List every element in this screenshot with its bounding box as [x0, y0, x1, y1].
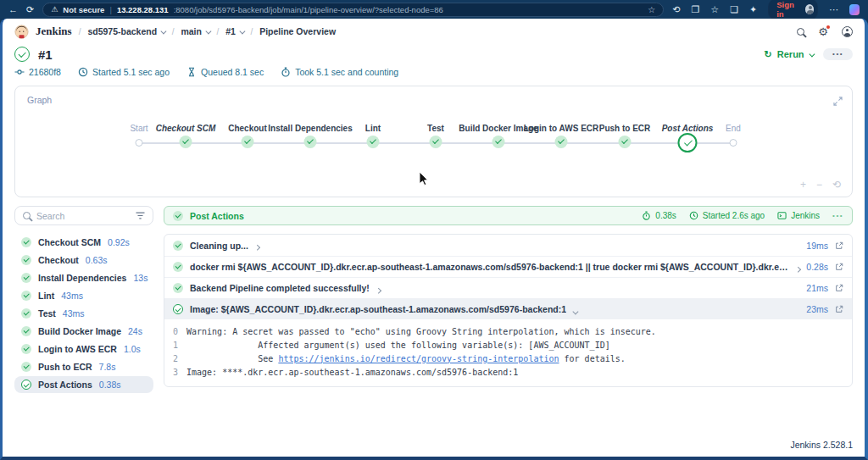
step-row-image-expanded[interactable]: Image: ${AWS_ACCOUNT_ID}.dkr.ecr.ap-sout…: [164, 298, 852, 319]
favorites-icon[interactable]: ☆: [710, 5, 719, 14]
duration-info[interactable]: Took 5.1 sec and counting: [281, 67, 398, 77]
jenkins-version[interactable]: Jenkins 2.528.1: [790, 440, 853, 450]
success-check-icon: [180, 136, 192, 148]
sidebar-stage-test[interactable]: Test43ms: [14, 305, 153, 322]
search-icon: [23, 212, 31, 219]
user-account-icon[interactable]: [842, 26, 853, 37]
sidebar-stage-build-docker-image[interactable]: Build Docker Image24s: [14, 323, 153, 340]
success-check-icon: [21, 380, 31, 390]
stage-node-push-to-ecr[interactable]: [619, 136, 632, 152]
filter-icon[interactable]: [136, 212, 145, 219]
line-number: 1: [173, 341, 186, 350]
search-input[interactable]: [36, 211, 130, 221]
stage-node-build-docker-image[interactable]: [492, 136, 505, 152]
success-check-icon: [173, 241, 183, 251]
back-icon[interactable]: ←: [8, 5, 18, 14]
collections-icon[interactable]: ❏: [730, 5, 738, 14]
search-icon[interactable]: [797, 28, 804, 36]
settings-gear-icon[interactable]: ⚙: [818, 26, 828, 37]
queued-info[interactable]: Queued 8.1 sec: [186, 67, 264, 77]
stage-detail-panel: Post Actions 0.38s Started 2.6s ago Jenk…: [164, 206, 853, 393]
url-host: 13.228.28.131: [117, 5, 169, 14]
stage-label: Lint: [365, 124, 381, 133]
log-line: 2 See https://jenkins.io/redirect/groovy…: [164, 352, 852, 365]
jenkins-logo[interactable]: [14, 25, 29, 39]
breadcrumb-branch-label: main: [181, 26, 202, 36]
sidebar-stage-post-actions-selected[interactable]: Post Actions0.38s: [14, 376, 153, 393]
jenkins-header: Jenkins / sd5975-backend / main / #1 / P…: [3, 19, 865, 44]
zoom-out-icon[interactable]: −: [816, 179, 822, 191]
sign-in-button[interactable]: Sign in: [768, 0, 818, 20]
started-info[interactable]: Started 5.1 sec ago: [78, 67, 170, 77]
success-check-icon: [21, 326, 31, 336]
breadcrumb-branch[interactable]: main: [181, 26, 209, 36]
stage-label: Test: [427, 124, 444, 133]
step-row-docker-rmi[interactable]: docker rmi ${AWS_ACCOUNT_ID}.dkr.ecr.ap-…: [164, 256, 852, 277]
chevron-down-icon[interactable]: [206, 28, 211, 33]
expand-graph-icon[interactable]: [833, 94, 843, 109]
success-check-icon: [678, 133, 698, 152]
stage-label-start: Start: [130, 124, 147, 133]
stage-label-end: End: [726, 124, 741, 133]
stage-node-login-to-aws-ecr[interactable]: [555, 136, 568, 152]
wallet-icon[interactable]: ✦: [749, 5, 757, 14]
stage-node-install-dependencies[interactable]: [304, 136, 317, 152]
sidebar-stage-install-dependencies[interactable]: Install Dependencies13s: [14, 269, 153, 286]
external-link-icon[interactable]: [835, 284, 843, 292]
zoom-in-icon[interactable]: +: [800, 179, 806, 191]
stage-node-post-actions-selected[interactable]: [678, 133, 698, 156]
bookmark-star-icon[interactable]: ☆: [648, 5, 655, 14]
stage-started: Started 2.6s ago: [689, 211, 765, 220]
external-link-icon[interactable]: [835, 263, 843, 271]
line-number: 0: [173, 327, 186, 336]
stage-node-checkout[interactable]: [242, 136, 254, 152]
line-number: 3: [173, 368, 186, 377]
profile-avatar: [805, 4, 815, 14]
address-divider: |: [109, 5, 111, 14]
browser-menu-icon[interactable]: ⋯: [829, 5, 838, 14]
browser-chrome: ← ⟳ ⚠ Not secure | 13.228.28.131:8080/jo…: [0, 0, 868, 19]
build-more-button[interactable]: •••: [823, 48, 853, 60]
hourglass-icon: [186, 67, 197, 77]
breadcrumb-separator: /: [79, 27, 81, 36]
sidebar-stage-push-to-ecr[interactable]: Push to ECR7.8s: [14, 358, 153, 375]
groovy-interpolation-link[interactable]: https://jenkins.io/redirect/groovy-strin…: [278, 354, 559, 363]
chevron-down-icon[interactable]: [240, 28, 245, 33]
chevron-right-icon: [796, 259, 800, 274]
success-check-icon: [21, 344, 31, 354]
jenkins-page: Jenkins / sd5975-backend / main / #1 / P…: [0, 19, 868, 460]
started-label: Started 5.1 sec ago: [92, 67, 170, 77]
stage-more-button[interactable]: •••: [832, 212, 843, 219]
sign-in-label: Sign in: [776, 0, 800, 19]
sidebar-stage-lint[interactable]: Lint43ms: [14, 287, 153, 304]
stage-node-lint[interactable]: [367, 136, 380, 152]
stage-node-checkout-scm[interactable]: [180, 136, 192, 152]
browser-essentials-icon[interactable]: ⟲: [672, 5, 680, 14]
sidebar-stage-login-to-aws-ecr[interactable]: Login to AWS ECR1.0s: [14, 341, 153, 357]
commit-link[interactable]: 21680f8: [14, 67, 61, 77]
address-bar[interactable]: ⚠ Not secure | 13.228.28.131:8080/job/sd…: [42, 3, 664, 17]
external-link-icon[interactable]: [835, 305, 843, 313]
external-link-icon[interactable]: [835, 241, 843, 250]
chevron-down-icon[interactable]: [161, 28, 166, 33]
copilot-icon[interactable]: [849, 4, 860, 15]
success-check-icon: [173, 304, 183, 314]
zoom-reset-icon[interactable]: ⟲: [832, 179, 841, 191]
stage-sidebar: Checkout SCM0.92s Checkout0.63s Install …: [14, 206, 153, 393]
clock-icon: [78, 67, 88, 77]
stage-search-box[interactable]: [14, 206, 153, 225]
breadcrumb-job[interactable]: sd5975-backend: [87, 26, 164, 36]
refresh-icon[interactable]: ⟳: [26, 5, 34, 14]
stage-agent[interactable]: Jenkins: [777, 211, 820, 220]
sidebar-stage-checkout-scm[interactable]: Checkout SCM0.92s: [14, 234, 153, 251]
start-node: [136, 139, 143, 147]
stage-node-test[interactable]: [430, 136, 442, 152]
breadcrumb-build[interactable]: #1: [225, 26, 243, 36]
step-row-cleaning-up[interactable]: Cleaning up... 19ms: [164, 235, 852, 256]
split-screen-icon[interactable]: ❐: [691, 5, 699, 14]
chevron-down-icon[interactable]: [809, 51, 814, 56]
step-row-pipeline-completed[interactable]: Backend Pipeline completed successfully!…: [164, 277, 852, 298]
rerun-button[interactable]: ↻ Rerun: [765, 49, 814, 60]
sidebar-stage-checkout[interactable]: Checkout0.63s: [14, 252, 153, 269]
brand-title[interactable]: Jenkins: [36, 25, 72, 38]
